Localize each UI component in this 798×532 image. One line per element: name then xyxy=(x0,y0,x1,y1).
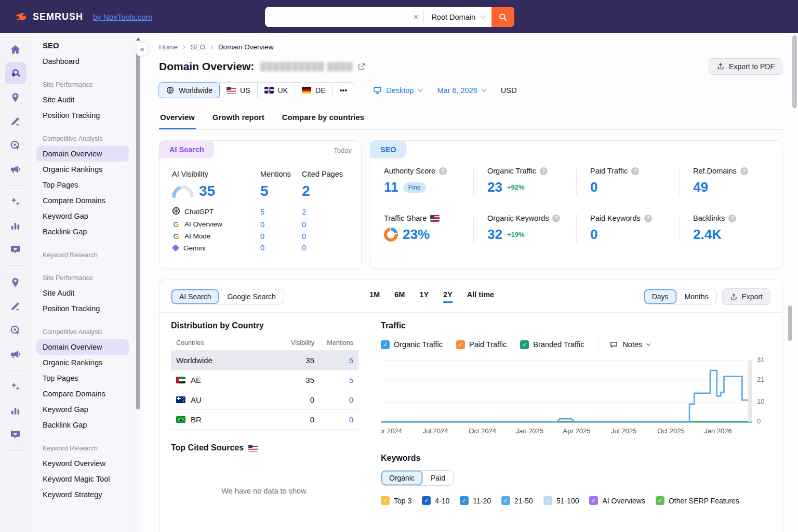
sidebar-item[interactable]: Top Pages xyxy=(36,370,129,386)
breadcrumb-item[interactable]: Home xyxy=(159,43,178,51)
noxtools-link[interactable]: by NoxTools.com xyxy=(93,12,152,21)
search-button[interactable] xyxy=(491,7,514,27)
country-row[interactable]: AE 35 5 xyxy=(171,370,358,390)
report-tab[interactable]: Compare by countries xyxy=(281,109,365,129)
sidebar-item[interactable]: Site Audit xyxy=(36,285,129,301)
sidebar-item[interactable]: Top Pages xyxy=(36,177,129,193)
local-pin-icon[interactable] xyxy=(5,86,26,108)
ai-sparkles-icon[interactable] xyxy=(5,191,26,212)
source-toggle-option[interactable]: AI Search xyxy=(171,289,219,304)
info-icon[interactable]: ? xyxy=(439,167,447,175)
sidebar-item[interactable]: Keyword Strategy xyxy=(36,487,129,502)
time-range-option[interactable]: 2Y xyxy=(443,290,453,303)
engagement-heart-icon[interactable] xyxy=(5,238,26,260)
sidebar-scrollbar-thumb[interactable] xyxy=(136,46,140,409)
sidebar-item[interactable]: SEO xyxy=(36,37,129,54)
keywords-type-option[interactable]: Paid xyxy=(422,471,453,485)
sidebar-item[interactable]: Backlink Gap xyxy=(36,224,129,240)
semrush-logo[interactable]: SEMRUSH by NoxTools.com xyxy=(15,10,152,23)
sidebar-item[interactable]: Site Audit xyxy=(36,92,129,108)
clear-search-icon[interactable]: × xyxy=(408,12,423,22)
sidebar-item[interactable]: Organic Rankings xyxy=(36,355,129,370)
sidebar-collapse-button[interactable]: « xyxy=(136,42,148,56)
sidebar-item[interactable]: Dashboard xyxy=(36,54,129,69)
time-range-option[interactable]: 1Y xyxy=(419,290,429,303)
legend-checkbox-item[interactable]: Branded Traffic xyxy=(520,340,584,349)
checkbox-checked-icon[interactable] xyxy=(422,496,431,505)
device-filter[interactable]: Desktop xyxy=(373,86,421,95)
domain-search-input[interactable] xyxy=(265,13,408,21)
sidebar-item[interactable]: Keyword Gap xyxy=(36,402,129,417)
social-megaphone-icon[interactable] xyxy=(5,158,26,180)
checkbox-checked-icon[interactable] xyxy=(589,496,598,505)
keyword-filter-checkbox-item[interactable]: 11-20 xyxy=(460,496,491,505)
sidebar-item[interactable]: Domain Overview xyxy=(36,339,129,355)
country-row[interactable]: AU 0 0 xyxy=(171,390,358,410)
checkbox-checked-icon[interactable] xyxy=(501,496,510,505)
scope-tab[interactable]: Worldwide xyxy=(158,82,220,98)
sidebar-item[interactable]: Keyword Gap xyxy=(36,208,129,224)
source-toggle-option[interactable]: Google Search xyxy=(219,289,283,304)
info-icon[interactable]: ? xyxy=(552,215,560,222)
sidebar-item[interactable]: Keyword Research xyxy=(36,441,129,456)
country-row[interactable]: Worldwide 35 5 xyxy=(171,351,358,370)
visibility-header[interactable]: Visibility xyxy=(278,339,314,347)
seo-card-tab[interactable]: SEO xyxy=(370,140,407,158)
sidebar-item[interactable]: Competitive Analysis xyxy=(36,131,129,146)
scope-tab[interactable]: ••• xyxy=(332,82,354,98)
sidebar-item[interactable]: Keyword Magic Tool xyxy=(36,471,129,487)
keyword-filter-checkbox-item[interactable]: 21-50 xyxy=(501,496,533,505)
advertising-target-icon[interactable] xyxy=(5,319,26,341)
sidebar-item[interactable]: Site Performance xyxy=(36,271,129,285)
granularity-option[interactable]: Months xyxy=(676,289,716,304)
legend-checkbox-item[interactable]: Organic Traffic xyxy=(381,340,443,349)
checkbox-checked-icon[interactable] xyxy=(460,496,469,505)
info-icon[interactable]: ? xyxy=(540,167,548,175)
checkbox-checked-icon[interactable] xyxy=(543,496,552,505)
keyword-filter-checkbox-item[interactable]: 51-100 xyxy=(543,496,579,505)
sidebar-item[interactable]: Position Tracking xyxy=(36,108,129,123)
export-button[interactable]: Export xyxy=(722,288,770,305)
sidebar-item[interactable]: Competitive Analysis xyxy=(36,325,129,339)
engagement-heart-icon[interactable] xyxy=(5,423,26,445)
ai-sparkles-icon[interactable] xyxy=(5,376,26,397)
keywords-type-option[interactable]: Organic xyxy=(381,471,422,485)
sidebar-item[interactable]: Compare Domains xyxy=(36,386,129,402)
advertising-target-icon[interactable] xyxy=(5,134,26,156)
sidebar-item[interactable]: Domain Overview xyxy=(36,146,129,162)
checkbox-checked-icon[interactable] xyxy=(656,496,664,505)
date-filter[interactable]: Mar 6, 2026 xyxy=(437,86,485,95)
checkbox-checked-icon[interactable] xyxy=(520,340,529,349)
info-icon[interactable]: ? xyxy=(644,215,652,222)
card-scrollbar-thumb[interactable] xyxy=(788,305,792,341)
sidebar-item[interactable]: Organic Rankings xyxy=(36,162,129,177)
breadcrumb-item[interactable]: Domain Overview xyxy=(218,43,274,51)
scope-tab[interactable]: US xyxy=(219,82,257,98)
scope-tab[interactable]: DE xyxy=(295,82,332,98)
notes-dropdown[interactable]: Notes xyxy=(609,340,649,349)
country-row[interactable]: BR 0 0 xyxy=(171,410,358,430)
breadcrumb-item[interactable]: SEO xyxy=(191,43,206,51)
info-icon[interactable]: ? xyxy=(728,215,736,222)
search-scope-select[interactable]: Root Domain xyxy=(424,13,491,21)
time-range-option[interactable]: 1M xyxy=(369,290,380,303)
legend-checkbox-item[interactable]: Paid Traffic xyxy=(456,340,507,349)
time-range-option[interactable]: 6M xyxy=(394,290,405,303)
scrollbar-up-arrow[interactable] xyxy=(136,37,140,41)
keyword-filter-checkbox-item[interactable]: Top 3 xyxy=(381,496,411,505)
sidebar-item[interactable]: Keyword Research xyxy=(36,248,129,262)
checkbox-checked-icon[interactable] xyxy=(381,496,390,505)
keyword-filter-checkbox-item[interactable]: Other SERP Features xyxy=(656,496,739,505)
time-range-option[interactable]: All time xyxy=(467,290,494,303)
keyword-filter-checkbox-item[interactable]: 4-10 xyxy=(422,496,449,505)
info-icon[interactable]: ? xyxy=(740,167,748,175)
report-tab[interactable]: Overview xyxy=(159,109,196,129)
report-tab[interactable]: Growth report xyxy=(211,109,265,129)
sidebar-item[interactable]: Keyword Overview xyxy=(36,456,129,471)
sidebar-item[interactable]: Position Tracking xyxy=(36,301,129,316)
local-pin-icon[interactable] xyxy=(5,271,26,293)
reports-bars-icon[interactable] xyxy=(5,215,26,236)
sidebar-item[interactable]: Compare Domains xyxy=(36,193,129,208)
external-link-icon[interactable] xyxy=(357,62,366,71)
checkbox-checked-icon[interactable] xyxy=(456,340,465,349)
